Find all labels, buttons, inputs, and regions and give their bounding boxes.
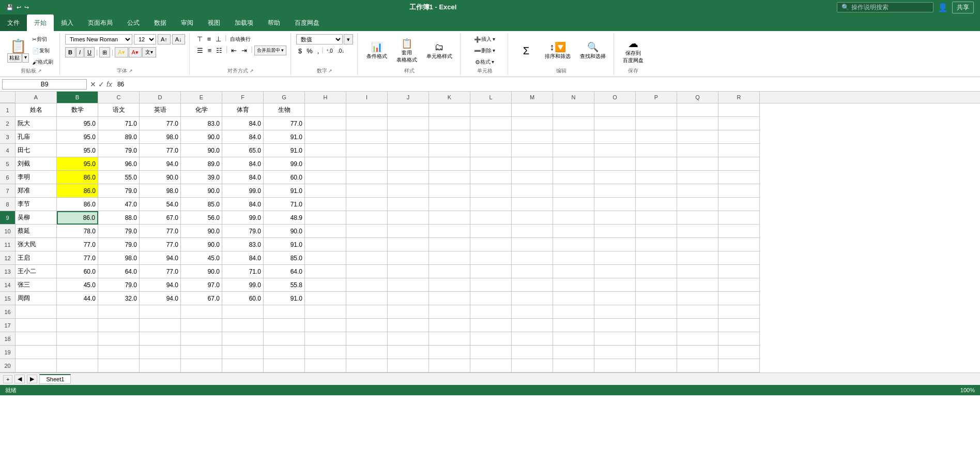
cell-D14[interactable]: 94.0 [140,278,181,292]
cell-O2[interactable] [594,117,636,130]
find-select-button[interactable]: 🔍 查找和选择 [576,39,609,62]
align-middle-button[interactable]: ≡ [205,34,213,44]
cell-G5[interactable]: 99.0 [264,157,305,171]
format-cells-button[interactable]: ⚙ 格式 ▾ [473,57,497,67]
copy-button[interactable]: 📄 复制 [30,46,55,56]
cell-K1[interactable] [429,103,470,117]
cell-F2[interactable]: 84.0 [222,117,264,130]
decrease-font-button[interactable]: A↓ [172,34,185,44]
col-header-M[interactable]: M [512,92,553,103]
tab-review[interactable]: 审阅 [174,14,201,31]
cell-C12[interactable]: 98.0 [98,251,140,265]
font-size-select[interactable]: 12 [134,34,156,44]
cell-D9[interactable]: 67.0 [140,211,181,225]
comma-button[interactable]: , [315,46,321,56]
cell-B12[interactable]: 77.0 [57,251,98,265]
cell-E15[interactable]: 67.0 [181,292,222,305]
row-num-6[interactable]: 6 [0,171,16,184]
cancel-formula-button[interactable]: ✕ [90,80,96,88]
row-num-1[interactable]: 1 [0,103,16,117]
cell-A10[interactable]: 蔡延 [16,225,57,238]
cell-C13[interactable]: 64.0 [98,265,140,278]
sort-filter-button[interactable]: ↕🔽 排序和筛选 [541,39,574,62]
cell-G11[interactable]: 91.0 [264,238,305,251]
cell-A12[interactable]: 王启 [16,251,57,265]
cell-E7[interactable]: 90.0 [181,184,222,198]
cell-G3[interactable]: 91.0 [264,130,305,144]
delete-cells-button[interactable]: ➖ 删除 ▾ [472,46,498,56]
tab-home[interactable]: 开始 [27,14,54,31]
cell-L2[interactable] [470,117,512,130]
cell-C5[interactable]: 96.0 [98,157,140,171]
col-header-E[interactable]: E [181,92,222,103]
cell-C11[interactable]: 79.0 [98,238,140,251]
cell-C6[interactable]: 55.0 [98,171,140,184]
number-format-dropdown[interactable]: ▾ [344,34,353,44]
row-num-2[interactable]: 2 [0,117,16,130]
increase-font-button[interactable]: A↑ [158,34,171,44]
cell-B10[interactable]: 78.0 [57,225,98,238]
cell-C2[interactable]: 71.0 [98,117,140,130]
cell-E11[interactable]: 90.0 [181,238,222,251]
cell-E10[interactable]: 90.0 [181,225,222,238]
cell-G6[interactable]: 60.0 [264,171,305,184]
cell-B7[interactable]: 86.0 [57,184,98,198]
cell-E5[interactable]: 89.0 [181,157,222,171]
row-num-18[interactable]: 18 [0,332,16,346]
cell-F12[interactable]: 84.0 [222,251,264,265]
col-header-D[interactable]: D [140,92,181,103]
user-icon[interactable]: 👤 [938,3,948,12]
quick-access-redo[interactable]: ↪ [24,4,29,11]
cell-E6[interactable]: 39.0 [181,171,222,184]
quick-access-save[interactable]: 💾 [6,4,13,11]
col-header-Q[interactable]: Q [677,92,718,103]
search-input[interactable] [851,4,929,11]
cell-C9[interactable]: 88.0 [98,211,140,225]
cell-C15[interactable]: 32.0 [98,292,140,305]
cell-F6[interactable]: 84.0 [222,171,264,184]
cell-A8[interactable]: 李节 [16,198,57,211]
cell-B13[interactable]: 60.0 [57,265,98,278]
bold-button[interactable]: B [65,47,75,57]
indent-button[interactable]: ⇥ [239,46,249,55]
cell-H1[interactable] [305,103,346,117]
align-left-button[interactable]: ☰ [195,46,205,55]
cell-B6[interactable]: 86.0 [57,171,98,184]
cell-Q2[interactable] [677,117,718,130]
row-num-15[interactable]: 15 [0,292,16,305]
cell-E3[interactable]: 90.0 [181,130,222,144]
row-num-8[interactable]: 8 [0,198,16,211]
cell-D12[interactable]: 94.0 [140,251,181,265]
cell-F11[interactable]: 83.0 [222,238,264,251]
col-header-G[interactable]: G [264,92,305,103]
cell-G12[interactable]: 85.0 [264,251,305,265]
col-header-J[interactable]: J [388,92,429,103]
cell-G13[interactable]: 64.0 [264,265,305,278]
cell-D11[interactable]: 77.0 [140,238,181,251]
col-header-B[interactable]: B [57,92,98,103]
search-box[interactable]: 🔍 [837,2,933,12]
cell-L1[interactable] [470,103,512,117]
tab-addins[interactable]: 加载项 [227,14,261,31]
format-painter-button[interactable]: 🖌 格式刷 [30,57,55,67]
cell-A4[interactable]: 田七 [16,144,57,157]
row-num-13[interactable]: 13 [0,265,16,278]
paste-button[interactable]: 📋 粘贴 ▾ [7,39,29,63]
cell-E2[interactable]: 83.0 [181,117,222,130]
cell-C3[interactable]: 89.0 [98,130,140,144]
cell-A13[interactable]: 王小二 [16,265,57,278]
align-center-button[interactable]: ≡ [206,46,214,55]
cell-C1[interactable]: 语文 [98,103,140,117]
cell-A9[interactable]: 吴柳 [16,211,57,225]
row-num-17[interactable]: 17 [0,319,16,332]
cell-E1[interactable]: 化学 [181,103,222,117]
cell-B3[interactable]: 95.0 [57,130,98,144]
conditional-format-button[interactable]: 📊 条件格式 [363,39,391,62]
next-sheet-button[interactable]: ▶ [27,375,37,383]
tab-help[interactable]: 帮助 [261,14,287,31]
col-header-I[interactable]: I [346,92,388,103]
cell-D15[interactable]: 94.0 [140,292,181,305]
cell-M1[interactable] [512,103,553,117]
cut-button[interactable]: ✂ 剪切 [30,34,55,44]
cell-D5[interactable]: 94.0 [140,157,181,171]
